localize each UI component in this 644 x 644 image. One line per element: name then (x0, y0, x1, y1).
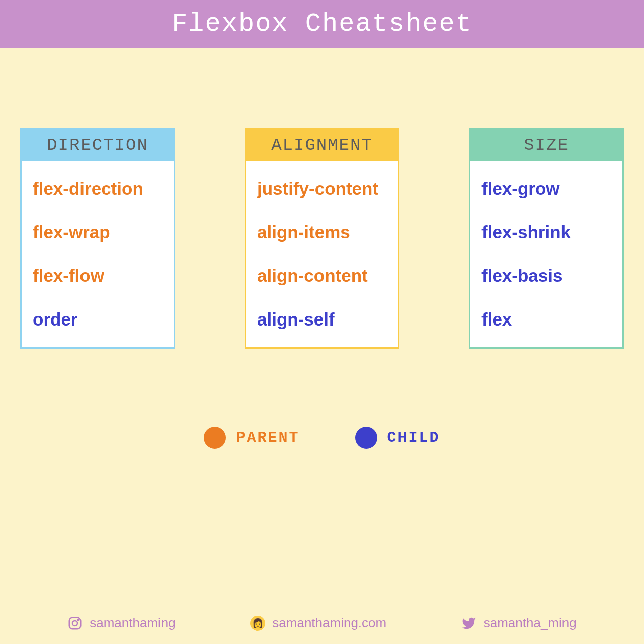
card-body: justify-content align-items align-conten… (246, 161, 398, 347)
footer-handle: samantha_ming (484, 615, 577, 631)
legend-item-child: CHILD (355, 427, 440, 449)
property-item: align-content (257, 266, 387, 286)
legend-swatch-parent (204, 427, 226, 449)
legend-swatch-child (355, 427, 377, 449)
legend-label: CHILD (387, 429, 440, 446)
footer-website: 👩 samanthaming.com (250, 615, 386, 631)
card-body: flex-direction flex-wrap flex-flow order (22, 161, 174, 347)
footer-handle: samanthaming.com (272, 615, 386, 631)
property-item: flex-basis (481, 266, 611, 286)
property-item: flex (481, 310, 611, 330)
footer-twitter: samantha_ming (461, 615, 577, 631)
avatar-icon: 👩 (250, 616, 265, 631)
card-body: flex-grow flex-shrink flex-basis flex (470, 161, 622, 347)
property-item: justify-content (257, 179, 387, 199)
property-item: order (33, 310, 163, 330)
card-alignment: ALIGNMENT justify-content align-items al… (245, 128, 399, 349)
cards-row: DIRECTION flex-direction flex-wrap flex-… (0, 128, 644, 349)
property-item: flex-shrink (481, 223, 611, 243)
property-item: flex-wrap (33, 223, 163, 243)
property-item: align-items (257, 223, 387, 243)
legend-item-parent: PARENT (204, 427, 299, 449)
property-item: flex-direction (33, 179, 163, 199)
instagram-icon (67, 616, 83, 631)
property-item: flex-flow (33, 266, 163, 286)
card-header: DIRECTION (22, 130, 174, 161)
legend-label: PARENT (236, 429, 299, 446)
card-header: ALIGNMENT (246, 130, 398, 161)
footer: samanthaming 👩 samanthaming.com samantha… (0, 615, 644, 631)
property-item: flex-grow (481, 179, 611, 199)
footer-instagram: samanthaming (67, 615, 176, 631)
page-title: Flexbox Cheatsheet (0, 9, 644, 39)
property-item: align-self (257, 310, 387, 330)
card-header: SIZE (470, 130, 622, 161)
legend: PARENT CHILD (0, 427, 644, 449)
twitter-icon (461, 616, 476, 631)
svg-point-1 (72, 621, 77, 626)
card-size: SIZE flex-grow flex-shrink flex-basis fl… (469, 128, 624, 349)
svg-point-2 (78, 619, 79, 620)
footer-handle: samanthaming (90, 615, 176, 631)
page-header: Flexbox Cheatsheet (0, 0, 644, 48)
card-direction: DIRECTION flex-direction flex-wrap flex-… (20, 128, 175, 349)
